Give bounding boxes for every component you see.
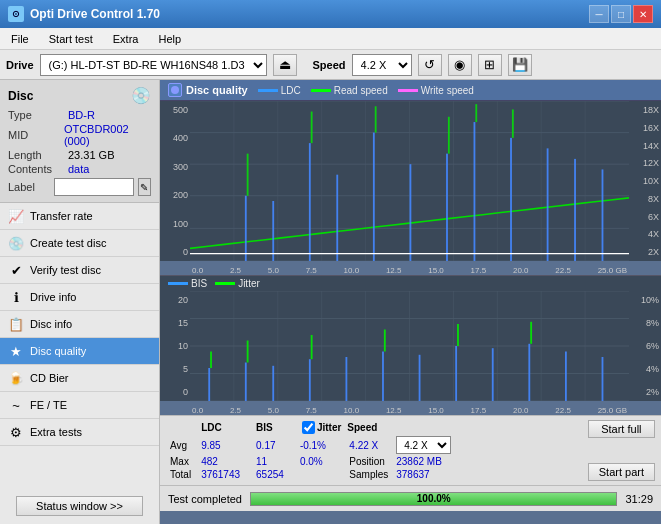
svg-rect-57 [528,344,530,401]
sidebar-item-extra-tests[interactable]: ⚙ Extra tests [0,419,159,446]
menu-file[interactable]: File [6,31,34,47]
verify-test-disc-icon: ✔ [8,262,24,278]
minimize-button[interactable]: ─ [589,5,609,23]
start-part-button[interactable]: Start part [588,463,655,481]
chart1-area: 5004003002001000 [160,101,661,261]
legend-read-speed-color [311,89,331,92]
row-avg-jitter: -0.1% [298,435,345,455]
col-header-jitter-check: Jitter [298,420,345,435]
sidebar-item-disc-quality[interactable]: ★ Disc quality [0,338,159,365]
row-avg-ldc: 9.85 [199,435,254,455]
disc-quality-header-icon [168,83,182,97]
svg-rect-63 [384,330,386,352]
svg-rect-61 [247,341,249,363]
row-max-ldc: 482 [199,455,254,468]
type-label: Type [8,109,68,121]
svg-rect-56 [492,348,494,401]
save-button[interactable]: 💾 [508,54,532,76]
chart2-header: BIS Jitter [160,275,661,291]
label-label: Label [8,181,50,193]
svg-rect-52 [345,357,347,401]
svg-rect-20 [373,133,375,261]
svg-rect-18 [309,143,311,261]
svg-rect-55 [455,346,457,401]
sidebar-item-verify-test-disc[interactable]: ✔ Verify test disc [0,257,159,284]
app-icon: ⊙ [8,6,24,22]
sidebar-item-fe-te[interactable]: ~ FE / TE [0,392,159,419]
speed-select[interactable]: 4.2 X [352,54,412,76]
chart2-area: 20151050 [160,291,661,401]
maximize-button[interactable]: □ [611,5,631,23]
titlebar-left: ⊙ Opti Drive Control 1.70 [8,6,160,22]
svg-rect-50 [272,366,274,401]
legend-write-speed-color [398,89,418,92]
row-avg-speed: 4.22 X [345,435,392,455]
stats-buttons: Start full Start part [582,416,661,485]
close-button[interactable]: ✕ [633,5,653,23]
sidebar-item-drive-info[interactable]: ℹ Drive info [0,284,159,311]
speed-label: Speed [313,59,346,71]
legend-read-speed: Read speed [311,85,388,96]
sidebar-item-disc-info[interactable]: 📋 Disc info [0,311,159,338]
sidebar-item-label-fe-te: FE / TE [30,399,67,411]
legend-bis-color [168,282,188,285]
drive-info-icon: ℹ [8,289,24,305]
jitter-checkbox-label: Jitter [302,421,341,434]
status-window-button[interactable]: Status window >> [16,496,143,516]
chart2-y-axis-left: 20151050 [160,291,190,401]
legend-jitter-color [215,282,235,285]
legend-jitter: Jitter [215,278,260,289]
progress-label: 100.0% [251,493,616,505]
disc-quality-icon: ★ [8,343,24,359]
chart1-canvas: 0.02.55.07.510.012.515.017.520.022.525.0… [190,101,629,261]
menu-help[interactable]: Help [153,31,186,47]
drive-select[interactable]: (G:) HL-DT-ST BD-RE WH16NS48 1.D3 [40,54,267,76]
row-max-label: Max [168,455,199,468]
jitter-checkbox[interactable] [302,421,315,434]
cd-bier-icon: 🍺 [8,370,24,386]
stats-speed-select[interactable]: 4.2 X [396,436,451,454]
app-title: Opti Drive Control 1.70 [30,7,160,21]
legend-write-speed: Write speed [398,85,474,96]
row-total-jitter [298,468,345,481]
sidebar-item-label-drive-info: Drive info [30,291,76,303]
statusbar: Test completed 100.0% 31:29 [160,485,661,511]
svg-rect-32 [475,104,477,122]
svg-rect-24 [510,138,512,261]
row-total-bis: 65254 [254,468,298,481]
drive-label: Drive [6,59,34,71]
refresh-button[interactable]: ↺ [418,54,442,76]
legend-ldc: LDC [258,85,301,96]
chart2-canvas: 0.02.55.07.510.012.515.017.520.022.525.0… [190,291,629,401]
grid-button[interactable]: ⊞ [478,54,502,76]
col-header-empty2 [392,420,455,435]
sidebar-item-label-extra-tests: Extra tests [30,426,82,438]
row-total-label: Total [168,468,199,481]
disc-icon[interactable]: 💿 [131,86,151,105]
svg-rect-51 [309,359,311,401]
table-row: Avg 9.85 0.17 -0.1% 4.22 X 4.2 X [168,435,455,455]
start-full-button[interactable]: Start full [588,420,655,438]
label-edit-button[interactable]: ✎ [138,178,151,196]
menu-start-test[interactable]: Start test [44,31,98,47]
label-input[interactable] [54,178,134,196]
sidebar-item-cd-bier[interactable]: 🍺 CD Bier [0,365,159,392]
disc-quality-title: Disc quality [186,84,248,96]
svg-rect-65 [530,322,532,344]
eject-button[interactable]: ⏏ [273,54,297,76]
row-max-pos-val: 23862 MB [392,455,455,468]
create-test-disc-icon: 💿 [8,235,24,251]
svg-rect-23 [474,122,476,261]
disc-title: Disc [8,89,33,103]
svg-rect-16 [245,196,247,261]
chart2-y-axis-right: 10%8%6%4%2% [629,291,661,401]
col-header-bis: BIS [254,420,298,435]
burn-button[interactable]: ◉ [448,54,472,76]
svg-rect-26 [574,159,576,261]
progress-bar-container: 100.0% [250,492,617,506]
svg-rect-54 [419,355,421,401]
sidebar-item-transfer-rate[interactable]: 📈 Transfer rate [0,203,159,230]
sidebar-item-create-test-disc[interactable]: 💿 Create test disc [0,230,159,257]
svg-rect-48 [208,368,210,401]
menu-extra[interactable]: Extra [108,31,144,47]
